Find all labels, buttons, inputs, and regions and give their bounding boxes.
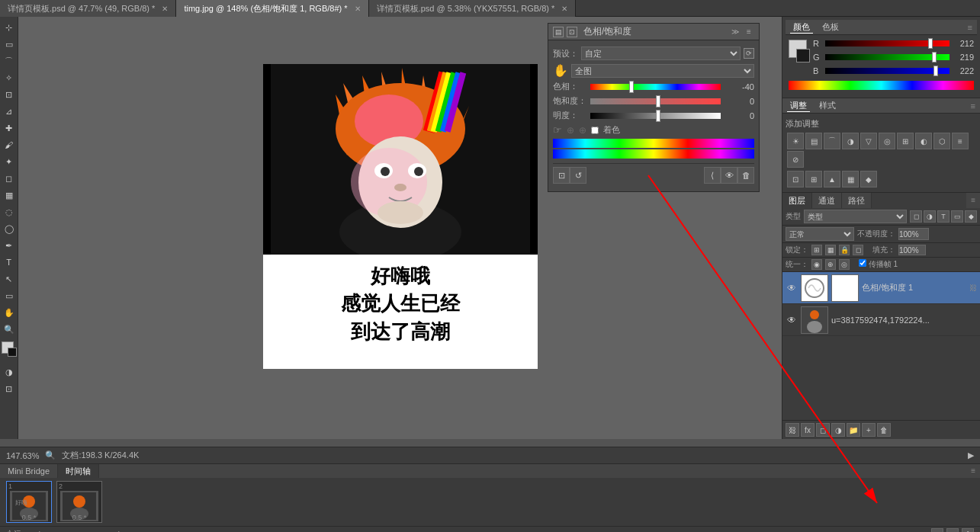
lock-art-icon[interactable]: ◻	[853, 245, 863, 255]
path-select-tool[interactable]: ↖	[2, 271, 17, 287]
filter-shape-icon[interactable]: ▭	[951, 210, 963, 223]
dup-frame-btn[interactable]: ⊞	[946, 528, 959, 532]
g-thumb[interactable]	[932, 52, 937, 62]
color-lookup-icon[interactable]: ⊘	[787, 151, 804, 168]
prop-eyedrop2-icon[interactable]: ⊕	[579, 125, 586, 136]
hue-sat-icon[interactable]: ◎	[879, 133, 895, 149]
brush-tool[interactable]: 🖌	[2, 137, 17, 152]
crop-tool[interactable]: ⊡	[2, 87, 17, 102]
vibrance-icon[interactable]: ▽	[860, 133, 877, 149]
paths-tab[interactable]: 路径	[842, 193, 872, 208]
opacity-input[interactable]	[898, 228, 929, 240]
heal-tool[interactable]: ✚	[2, 120, 17, 136]
timeline-expand-btn[interactable]: ▶	[968, 450, 974, 460]
layers-tab[interactable]: 图层	[782, 193, 812, 208]
del-frame-btn[interactable]: 🗑	[962, 528, 974, 532]
fill-input[interactable]	[898, 245, 926, 255]
r-thumb[interactable]	[928, 38, 933, 49]
background-color[interactable]	[8, 348, 17, 357]
color-panel-menu[interactable]: ≡	[968, 23, 972, 32]
bw-icon[interactable]: ◐	[915, 133, 932, 149]
blend-mode-select[interactable]: 正常	[786, 227, 854, 241]
dodge-tool[interactable]: ◯	[2, 221, 17, 236]
lit-slider-thumb[interactable]	[656, 110, 660, 122]
timeline-menu-btn[interactable]: ≡	[966, 464, 980, 478]
tab-1[interactable]: 详情页模板.psd @ 47.7% (49, RGB/8) * ✕	[0, 0, 176, 17]
invert-icon[interactable]: ⊡	[787, 171, 804, 187]
layers-panel-menu[interactable]: ≡	[966, 193, 980, 208]
layer-link-icon[interactable]: ⛓	[786, 423, 799, 437]
b-thumb[interactable]	[933, 66, 938, 76]
tab-3[interactable]: 详情页模板.psd @ 5.38% (YKX57551, RGB/8) * ✕	[369, 0, 577, 17]
prop-collapse-btn[interactable]: ≡	[744, 27, 754, 37]
timeline-frame-1[interactable]: 1 好嗨 0.5 *	[6, 481, 52, 523]
timeline-tab[interactable]: 时间轴	[58, 464, 99, 478]
preset-select[interactable]: 自定	[581, 46, 741, 60]
unify2-icon[interactable]: ⊕	[825, 259, 836, 270]
photo-filter-icon[interactable]: ⬡	[933, 133, 950, 149]
lock-all-icon[interactable]: 🔒	[839, 245, 850, 255]
layer-visibility-image[interactable]: 👁	[786, 314, 798, 326]
shape-tool[interactable]: ▭	[2, 288, 17, 303]
colorize-checkbox[interactable]	[591, 127, 599, 134]
layer-item-image[interactable]: 👁 u=3817592474,1792224...	[782, 304, 980, 336]
channels-tab[interactable]: 通道	[812, 193, 842, 208]
prop-view-icon2[interactable]: ⊡	[567, 27, 577, 37]
channel-select[interactable]: 全图	[571, 64, 754, 78]
sat-slider-track[interactable]	[590, 98, 721, 104]
quick-mask-tool[interactable]: ◑	[2, 364, 17, 380]
mini-bridge-tab[interactable]: Mini Bridge	[0, 464, 58, 478]
levels-icon[interactable]: ▤	[805, 133, 822, 149]
reset-btn[interactable]: ↺	[570, 167, 586, 184]
threshold-icon[interactable]: ▲	[824, 171, 840, 187]
swatches-tab[interactable]: 色板	[819, 21, 842, 33]
layer-type-filter[interactable]: 类型	[804, 210, 907, 223]
posterize-icon[interactable]: ⊞	[805, 171, 822, 187]
add-layer-icon[interactable]: +	[862, 423, 876, 437]
prop-menu-btn[interactable]: ≫	[730, 27, 741, 37]
brightness-icon[interactable]: ☀	[787, 133, 804, 149]
preset-reset-icon[interactable]: ⟳	[744, 48, 754, 59]
move-tool[interactable]: ⊹	[2, 20, 17, 35]
prop-finger-icon[interactable]: ☞	[553, 124, 562, 136]
delete-btn[interactable]: 🗑	[737, 167, 754, 184]
r-slider[interactable]	[825, 40, 949, 46]
hue-slider-thumb[interactable]	[629, 81, 634, 93]
prev-frame-btn[interactable]: ◀	[55, 528, 67, 532]
timeline-frame-2[interactable]: 2 0.5 *	[56, 481, 102, 523]
hue-slider-track[interactable]	[590, 84, 721, 90]
hand-tool[interactable]: ✋	[2, 305, 17, 320]
add-group-icon[interactable]: 📁	[847, 423, 860, 437]
text-tool[interactable]: T	[2, 255, 17, 270]
play-btn[interactable]: ▶	[73, 528, 85, 532]
close-tab-3[interactable]: ✕	[561, 5, 567, 13]
delete-layer-icon[interactable]: 🗑	[877, 423, 891, 437]
g-slider[interactable]	[825, 54, 949, 60]
adj-panel-menu[interactable]: ≡	[971, 101, 975, 111]
tab-2[interactable]: timg.jpg @ 148% (色相/饱和度 1, RGB/8#) * ✕	[176, 0, 368, 17]
lasso-tool[interactable]: ⌒	[2, 53, 17, 69]
clone-tool[interactable]: ✦	[2, 154, 17, 169]
zoom-tool[interactable]: 🔍	[2, 322, 17, 337]
eraser-tool[interactable]: ◻	[2, 171, 17, 186]
blur-tool[interactable]: ◌	[2, 204, 17, 220]
layer-item-huesat[interactable]: 👁 色相/饱和度 1 ⛓	[782, 272, 980, 304]
pen-tool[interactable]: ✒	[2, 238, 17, 253]
screen-mode-tool[interactable]: ⊡	[2, 381, 17, 396]
lit-slider-track[interactable]	[590, 113, 721, 119]
layer-fx-icon[interactable]: fx	[801, 423, 815, 437]
zoom-icon[interactable]: 🔍	[45, 450, 56, 460]
unify3-icon[interactable]: ◎	[839, 259, 850, 270]
close-tab-2[interactable]: ✕	[355, 5, 361, 13]
close-tab-1[interactable]: ✕	[162, 5, 168, 13]
lock-pixel-icon[interactable]: ▦	[825, 245, 836, 255]
hand-tool-icon[interactable]: ✋	[553, 63, 568, 78]
layer-visibility-huesat[interactable]: 👁	[786, 282, 798, 294]
adjustments-tab[interactable]: 调整	[787, 100, 810, 112]
color-balance-icon[interactable]: ⊞	[897, 133, 914, 149]
selective-color-icon[interactable]: ◆	[860, 171, 877, 187]
filter-type-icon[interactable]: T	[937, 210, 949, 223]
marquee-tool[interactable]: ▭	[2, 37, 17, 52]
channel-mix-icon[interactable]: ≡	[952, 133, 969, 149]
prev-btn[interactable]: ⟨	[704, 167, 721, 184]
